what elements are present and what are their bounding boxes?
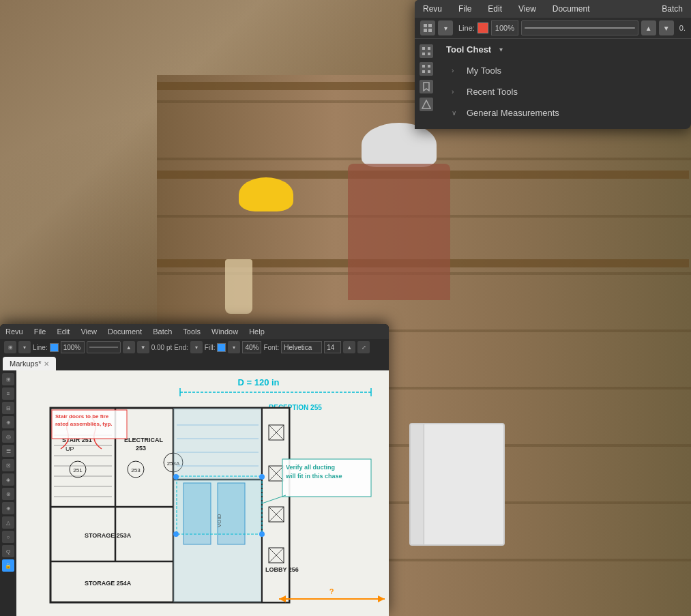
bp-menu-window[interactable]: Window [206,324,244,339]
recent-tools-chevron: › [452,88,460,96]
bp-resize-icon[interactable]: ⤢ [357,341,370,353]
bp-menu-batch[interactable]: Batch [147,324,177,339]
svg-text:LOBBY 256: LOBBY 256 [265,566,299,573]
svg-rect-1 [428,24,432,27]
blueprint-toolbar: ⊞ ▾ Line: ▲ ▼ 0.00 pt End: ▾ Fill: ▾ Fon… [0,339,389,355]
down-arrow-icon[interactable]: ▼ [659,20,674,35]
toolbar-slider[interactable] [521,20,638,35]
menu-revu[interactable]: Revu [415,0,450,18]
menu-file[interactable]: File [450,0,480,18]
bp-left-sidebar: ⊞ ≡ ⊟ ⊕ ◎ ☰ ⊡ ◈ ⊛ ⊕ △ ○ Q 🔒 [0,370,16,616]
blueprint-window: Revu File Edit View Document Batch Tools… [0,324,389,616]
svg-rect-9 [428,65,430,68]
bp-sidebar-tool1[interactable]: ⊡ [2,459,14,471]
bp-chevron-icon[interactable]: ▾ [18,341,31,353]
svg-rect-75 [177,476,262,534]
up-arrow-icon[interactable]: ▲ [641,20,656,35]
my-tools-label: My Tools [467,65,501,76]
bp-fill-label: Fill: [205,344,216,351]
bp-font-size[interactable] [324,341,341,353]
bp-fill-color[interactable] [217,343,226,352]
recent-tools-item[interactable]: › Recent Tools [443,81,686,102]
line-label: Line: [458,24,475,32]
menu-edit[interactable]: Edit [480,0,510,18]
menu-view[interactable]: View [510,0,544,18]
svg-text:?: ? [329,587,334,596]
zoom-percent[interactable] [491,20,518,35]
tool-chest-chevron[interactable]: ▾ [499,46,503,53]
bp-grid-icon[interactable]: ⊞ [4,341,16,353]
bp-slider[interactable] [87,341,121,353]
bp-up-icon[interactable]: ▲ [123,341,135,353]
menu-batch[interactable]: Batch [653,0,691,18]
bp-down-icon[interactable]: ▼ [137,341,149,353]
bp-sidebar-lock[interactable]: 🔒 [2,559,14,572]
bp-sidebar-list[interactable]: ≡ [2,387,14,400]
bp-menu-edit[interactable]: Edit [51,324,75,339]
my-tools-chevron: › [452,67,460,74]
sidebar-layout-icon[interactable] [420,62,433,76]
svg-text:Verify all ducting: Verify all ducting [286,464,335,471]
svg-text:253: 253 [131,467,141,473]
bp-end-select[interactable]: ▾ [190,341,203,353]
bp-menu-help[interactable]: Help [244,324,270,339]
binder [409,423,505,546]
worker-body [348,164,450,300]
tool-chest-container: Tool Chest ▾ › My Tools › Recent Tools ∨… [415,39,691,129]
toolbar-menubar: Revu File Edit View Document Batch [415,0,691,18]
bp-sidebar-search2[interactable]: Q [2,545,14,557]
coffee-cup [225,259,252,314]
svg-text:ELECTRICAL: ELECTRICAL [124,437,163,443]
svg-rect-10 [422,70,425,73]
sidebar-grid-icon[interactable] [420,44,433,58]
my-tools-item[interactable]: › My Tools [443,60,686,81]
general-measurements-item[interactable]: ∨ General Measurements [443,102,686,123]
bp-sidebar-circle[interactable]: ○ [2,531,14,543]
svg-point-84 [173,474,179,480]
bp-menu-file[interactable]: File [29,324,52,339]
bp-line-color[interactable] [50,343,59,352]
bp-font-label: Font: [263,344,279,351]
bp-font-name[interactable] [281,341,322,353]
bp-menu-view[interactable]: View [75,324,102,339]
svg-text:STORAGE 254A: STORAGE 254A [85,580,132,587]
bp-line-label: Line: [33,344,48,351]
sidebar-measurement-icon[interactable] [420,98,433,111]
bp-sidebar-properties[interactable]: ☰ [2,445,14,457]
bp-zoom-input[interactable] [61,341,85,353]
bp-font-up[interactable]: ▲ [343,341,355,353]
bp-sidebar-search[interactable]: ◎ [2,430,14,443]
svg-text:253: 253 [136,445,146,452]
tool-chest-items: › My Tools › Recent Tools ∨ General Meas… [438,60,691,129]
recent-tools-label: Recent Tools [467,87,518,97]
toolbar-row: ▾ Line: ▲ ▼ 0. [415,18,691,39]
svg-rect-11 [428,70,430,73]
svg-text:Stair doors to be fire: Stair doors to be fire [55,413,109,420]
general-measurements-chevron: ∨ [452,109,460,117]
bp-menu-revu[interactable]: Revu [0,324,29,339]
svg-rect-4 [422,47,425,50]
bp-sidebar-pages[interactable]: ⊕ [2,416,14,428]
bp-fill-percent[interactable] [242,341,261,353]
bp-sidebar-tool3[interactable]: ⊛ [2,488,14,500]
menu-document[interactable]: Document [544,0,598,18]
bp-sidebar-layers[interactable]: ⊟ [2,402,14,414]
bp-fill-chevron[interactable]: ▾ [228,341,240,353]
bp-sidebar-grid[interactable]: ⊞ [2,373,14,385]
blueprint-canvas: ⊞ ≡ ⊟ ⊕ ◎ ☰ ⊡ ◈ ⊛ ⊕ △ ○ Q 🔒 D = 120 in R… [0,370,389,616]
svg-rect-8 [422,65,425,68]
bp-menu-tools[interactable]: Tools [177,324,206,339]
toolbar-value: 0. [679,24,686,32]
bp-menu-document[interactable]: Document [102,324,147,339]
toolbar-main-icon[interactable] [420,20,435,35]
sidebar-bookmark-icon[interactable] [420,80,433,93]
toolbar-chevron-icon[interactable]: ▾ [438,20,453,35]
markups-tab[interactable]: Markups* ✕ [3,357,56,370]
bp-sidebar-arrow[interactable]: △ [2,516,14,529]
svg-text:will fit in this chase: will fit in this chase [285,473,342,480]
bp-sidebar-add[interactable]: ⊕ [2,502,14,514]
bp-sidebar-tool2[interactable]: ◈ [2,473,14,486]
tab-label: Markups* [10,360,41,368]
tab-close-button[interactable]: ✕ [44,360,49,368]
line-color-picker[interactable] [477,23,488,33]
